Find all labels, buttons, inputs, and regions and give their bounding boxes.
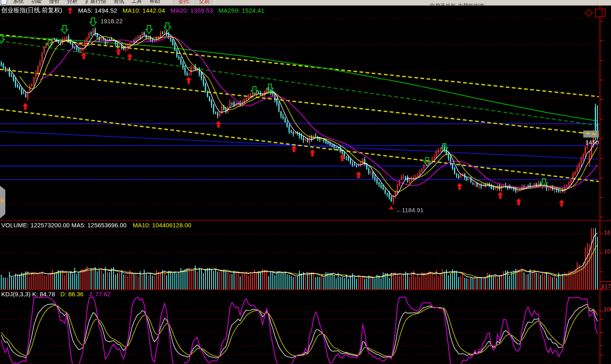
trading-terminal-window: 系统功能报价分析扩展行情资讯工具帮助 委托交易 交易手机版·电脑版指南 创业板指… <box>0 0 611 364</box>
hot-button-1[interactable]: 交易 <box>194 0 214 4</box>
low-price-annotation: ←1184.91 <box>396 206 424 213</box>
hot-button-0[interactable]: 委托 <box>174 0 194 4</box>
menu-item-3[interactable]: 分析 <box>63 0 81 4</box>
menu-item-7[interactable]: 帮助 <box>146 0 164 4</box>
volume-scale-label-2: 10 <box>604 248 611 255</box>
menu-bar-row: 系统功能报价分析扩展行情资讯工具帮助 委托交易 <box>0 0 611 5</box>
app-icon[interactable] <box>1 0 7 4</box>
ma-labels-group: MA5: 1494.52MA10: 1442.04MA20: 1359.53MA… <box>78 7 264 14</box>
menu-bar: 系统功能报价分析扩展行情资讯工具帮助 委托交易 交易手机版·电脑版指南 <box>0 0 611 6</box>
kdj-k-label: KDJ(9,3,3) K: 84.78 <box>1 291 55 297</box>
window-divider <box>602 9 602 16</box>
ma-label-2: MA20: 1359.53 <box>170 7 213 14</box>
volume-scale-label-1: 16 <box>604 229 611 236</box>
kdj-label-row: KDJ(9,3,3) K: 84.78 D: 88.36 J: 77.62 <box>1 291 111 297</box>
kdj-d-label: D: 88.36 <box>60 291 84 297</box>
sidebar-expand-handle[interactable] <box>0 186 5 218</box>
ma-label-0: MA5: 1494.52 <box>78 7 117 14</box>
menu-item-6[interactable]: 工具 <box>128 0 146 4</box>
menu-item-0[interactable]: 系统 <box>9 0 27 4</box>
instrument-title: 创业板指(日线.前复权) <box>1 7 62 14</box>
volume-multiplier-label: X17 <box>601 283 611 290</box>
volume-value-label: VOLUME: 122573200.00 MA5: 125653696.00 <box>1 222 127 229</box>
expand-right-arrow-icon <box>1 198 4 203</box>
menu-item-1[interactable]: 功能 <box>27 0 45 4</box>
menu-item-2[interactable]: 报价 <box>45 0 63 4</box>
high-price-annotation: 1918.22 <box>100 18 123 24</box>
volume-label-row: VOLUME: 122573200.00 MA5: 125653696.00 M… <box>1 222 191 229</box>
volume-ma10-label: MA10: 104406128.00 <box>133 222 191 229</box>
split-window-icon[interactable] <box>595 9 606 17</box>
ma-label-3: MA250: 1524.41 <box>219 7 265 14</box>
menu-bar-right-text: 交易手机版·电脑版指南 <box>430 2 484 6</box>
menu-item-4[interactable]: 扩展行情 <box>81 0 110 4</box>
last-price-label: 1450 <box>585 139 600 146</box>
up-trend-arrow-icon <box>67 7 73 14</box>
kdj-scale-label: 100 <box>604 306 611 313</box>
menu-item-5[interactable]: 资讯 <box>110 0 128 4</box>
price-chart-canvas[interactable] <box>0 0 611 364</box>
chart-title-row: 创业板指(日线.前复权) MA5: 1494.52MA10: 1442.04MA… <box>1 7 265 14</box>
kdj-j-label: J: 77.62 <box>89 291 110 297</box>
hot-buttons-group: 委托交易 <box>164 0 214 5</box>
menu-items-group: 系统功能报价分析扩展行情资讯工具帮助 <box>9 0 164 5</box>
ma-label-1: MA10: 1442.04 <box>123 7 165 14</box>
